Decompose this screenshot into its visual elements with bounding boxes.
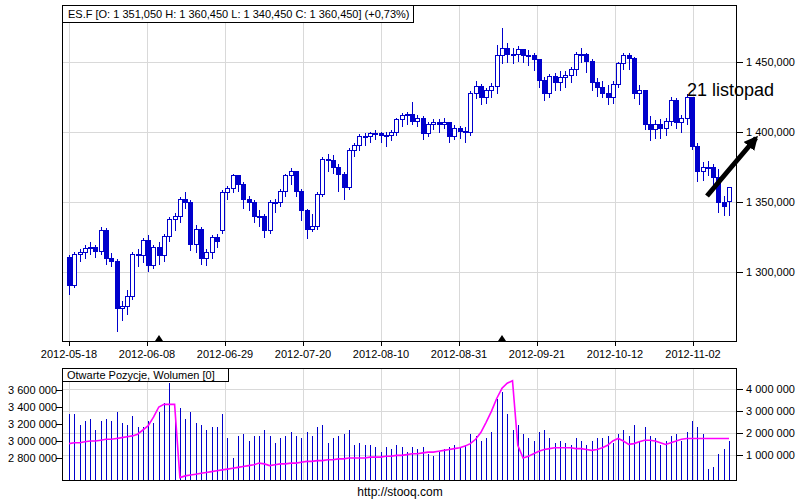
candle-body (679, 118, 683, 122)
candle-body (627, 55, 631, 58)
candle-body (162, 236, 166, 255)
date-axis-label: 2012-05-18 (41, 348, 97, 360)
candle-body (368, 133, 372, 136)
candle-body (722, 202, 726, 206)
oi-axis-label: 3 600 000 (8, 384, 57, 396)
date-axis-label: 2012-11-02 (665, 348, 720, 360)
candle-body (294, 171, 298, 191)
candle-body (83, 248, 87, 252)
candle-body (505, 48, 509, 54)
candle-body (442, 122, 446, 124)
candle-body (336, 167, 340, 174)
date-axis-label: 2012-06-29 (197, 348, 253, 360)
candle-body (210, 237, 214, 252)
candle-body (278, 191, 282, 202)
candle-body (616, 63, 620, 84)
candle-body (637, 90, 641, 93)
candle-body (252, 202, 256, 216)
candle-body (553, 76, 557, 82)
candle-body (431, 122, 435, 124)
candle-body (415, 118, 419, 121)
rollover-marker (155, 335, 163, 341)
candle-body (215, 237, 219, 241)
candle-body (157, 247, 161, 255)
candle-body (331, 160, 335, 167)
candle-body (305, 210, 309, 229)
date-axis-label: 2012-07-20 (275, 348, 331, 360)
annotation-label: 21 listopad (687, 80, 774, 100)
candle-body (194, 229, 198, 244)
candle-body (93, 247, 97, 251)
oi-axis-label: 2 800 000 (8, 452, 57, 464)
candle-body (701, 167, 705, 171)
price-axis-label: 1 350,000 (746, 196, 795, 208)
candle-body (151, 247, 155, 265)
candle-body (78, 252, 82, 254)
rollover-marker (498, 335, 506, 341)
candle-body (606, 93, 610, 97)
candle-body (595, 82, 599, 87)
candle-body (220, 192, 224, 230)
candle-body (394, 119, 398, 132)
candle-body (452, 128, 456, 136)
chart-canvas: ES.F [O: 1 351,050 H: 1 360,450 L: 1 340… (0, 0, 800, 500)
volume-axis-label: 3 000 000 (746, 405, 795, 417)
candle-body (569, 69, 573, 75)
candle-body (352, 145, 356, 150)
candle-body (521, 49, 525, 55)
candle-body (500, 48, 504, 55)
candle-body (632, 58, 636, 93)
candle-body (727, 187, 731, 201)
candle-body (532, 55, 536, 59)
candle-body (357, 136, 361, 145)
candle-body (658, 124, 662, 128)
candle-body (146, 240, 150, 265)
candle-body (706, 167, 710, 168)
candle-body (262, 216, 266, 230)
candle-body (690, 97, 694, 146)
candle-body (241, 184, 245, 199)
oi-axis-label: 3 400 000 (8, 401, 57, 413)
candle-body (379, 133, 383, 135)
price-axis-label: 1 450,000 (746, 56, 795, 68)
date-axis-label: 2012-06-08 (119, 348, 175, 360)
candle-body (526, 55, 530, 56)
candle-body (447, 122, 451, 136)
candle-body (479, 86, 483, 97)
volume-axis-label: 2 000 000 (746, 427, 795, 439)
candle-body (674, 100, 678, 122)
candle-body (410, 114, 414, 121)
candle-body (474, 86, 478, 93)
volume-axis-label: 1 000 000 (746, 449, 795, 461)
candle-body (225, 188, 229, 192)
candle-body (289, 171, 293, 175)
candle-body (574, 54, 578, 69)
candlestick-series (67, 28, 731, 332)
candle-body (516, 49, 520, 54)
volume-bars (70, 383, 730, 481)
candle-body (326, 159, 330, 160)
volume-panel-border (63, 369, 737, 481)
date-axis-label: 2012-09-21 (509, 348, 565, 360)
candle-body (463, 131, 467, 132)
candle-body (141, 240, 145, 255)
candle-body (484, 90, 488, 97)
candle-body (373, 133, 377, 134)
candle-body (188, 202, 192, 244)
date-axis-label: 2012-08-31 (431, 348, 487, 360)
candle-body (109, 258, 113, 261)
candle-body (173, 216, 177, 219)
candle-body (468, 93, 472, 132)
candle-body (88, 247, 92, 248)
candle-body (167, 219, 171, 236)
candle-body (236, 175, 240, 184)
candle-body (115, 261, 119, 308)
candle-body (458, 128, 462, 131)
candle-body (695, 146, 699, 171)
candle-body (563, 75, 567, 77)
candle-body (384, 135, 388, 136)
candle-body (579, 54, 583, 55)
candle-body (511, 54, 515, 55)
candle-body (257, 216, 261, 217)
candle-body (299, 191, 303, 210)
